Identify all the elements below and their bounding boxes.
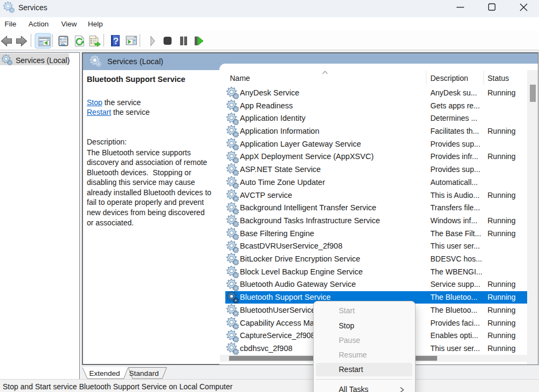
svg-text:?: ? [113,36,119,46]
